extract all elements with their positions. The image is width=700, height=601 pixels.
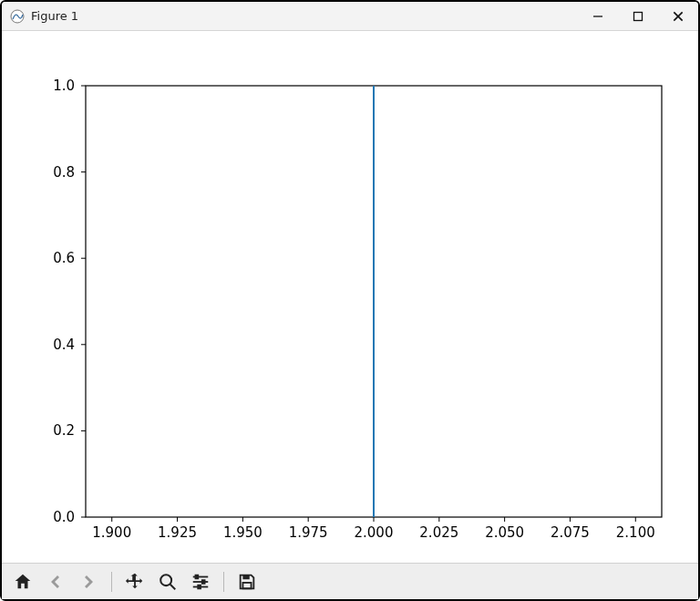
maximize-button[interactable]: [629, 7, 647, 26]
svg-text:0.2: 0.2: [53, 422, 75, 439]
svg-text:1.0: 1.0: [53, 78, 75, 94]
x-tick: 2.050: [485, 517, 524, 541]
y-tick: 0.6: [53, 250, 86, 266]
svg-text:1.975: 1.975: [289, 524, 328, 541]
home-icon[interactable]: [11, 570, 35, 594]
svg-rect-43: [242, 575, 249, 579]
svg-text:0.8: 0.8: [53, 164, 75, 181]
x-tick: 1.950: [223, 517, 262, 541]
svg-text:1.900: 1.900: [92, 524, 131, 541]
toolbar-separator: [223, 572, 224, 592]
y-tick: 0.4: [53, 337, 86, 353]
y-tick: 0.8: [53, 164, 86, 181]
matplotlib-toolbar: [2, 563, 698, 599]
svg-text:2.025: 2.025: [419, 524, 458, 541]
svg-rect-41: [202, 580, 205, 584]
back-icon[interactable]: [44, 570, 67, 594]
svg-text:0.4: 0.4: [53, 337, 75, 353]
configure-icon[interactable]: [189, 570, 212, 594]
plot-canvas[interactable]: 1.9001.9251.9501.9752.0002.0252.0502.075…: [2, 31, 698, 563]
svg-text:1.925: 1.925: [158, 524, 197, 541]
toolbar-separator: [111, 572, 112, 592]
close-button[interactable]: [669, 7, 687, 26]
app-window: Figure 1 1.9001.9251.9501.9752.0002.0252…: [0, 0, 700, 601]
titlebar: Figure 1: [2, 2, 698, 31]
y-tick: 1.0: [53, 78, 86, 94]
x-tick: 2.075: [551, 517, 590, 541]
forward-icon[interactable]: [77, 570, 100, 594]
svg-point-35: [160, 575, 171, 585]
svg-text:2.000: 2.000: [355, 524, 394, 541]
svg-text:2.075: 2.075: [551, 524, 590, 541]
x-tick: 2.025: [419, 517, 458, 541]
save-icon[interactable]: [235, 570, 259, 594]
svg-text:0.0: 0.0: [53, 509, 75, 525]
window-title: Figure 1: [31, 9, 78, 23]
pan-icon[interactable]: [123, 570, 147, 594]
svg-rect-42: [198, 585, 201, 588]
zoom-icon[interactable]: [156, 570, 180, 594]
svg-rect-40: [196, 575, 199, 578]
svg-text:2.050: 2.050: [485, 524, 524, 541]
svg-text:1.950: 1.950: [223, 524, 262, 541]
x-tick: 1.900: [92, 517, 131, 541]
window-controls: [589, 7, 693, 26]
x-tick: 1.925: [158, 517, 197, 541]
app-icon: [9, 8, 26, 25]
x-tick: 1.975: [289, 517, 328, 541]
svg-text:0.6: 0.6: [53, 250, 75, 266]
x-tick: 2.000: [355, 517, 394, 541]
y-tick: 0.0: [53, 509, 86, 525]
svg-rect-44: [242, 582, 251, 587]
svg-text:2.100: 2.100: [616, 524, 655, 541]
plot-area[interactable]: 1.9001.9251.9501.9752.0002.0252.0502.075…: [2, 31, 698, 563]
minimize-button[interactable]: [589, 7, 607, 26]
x-tick: 2.100: [616, 517, 655, 541]
y-tick: 0.2: [53, 422, 86, 439]
svg-line-36: [170, 584, 176, 589]
svg-rect-2: [634, 12, 643, 20]
